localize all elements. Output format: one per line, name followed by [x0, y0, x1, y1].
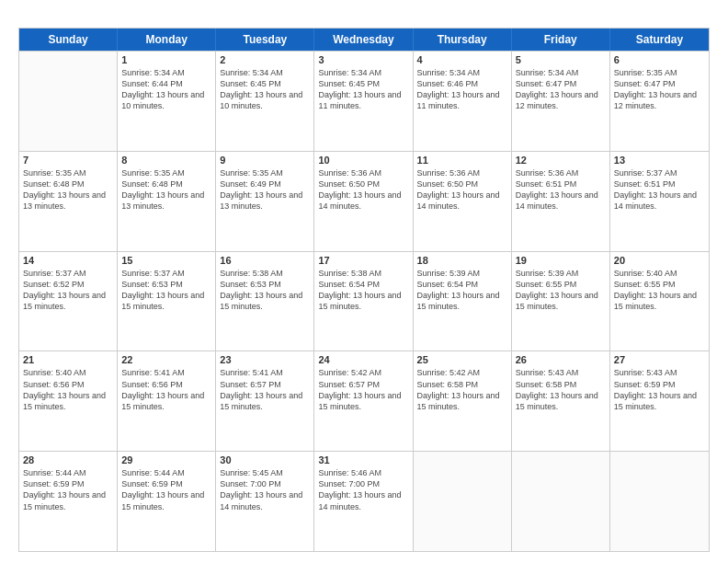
- daylight: Daylight: 13 hours and 14 minutes.: [220, 490, 302, 511]
- daylight: Daylight: 13 hours and 10 minutes.: [220, 90, 302, 110]
- cell-info: Sunrise: 5:43 AMSunset: 6:59 PMDaylight:…: [614, 367, 705, 412]
- calendar-cell: [19, 52, 118, 151]
- sunrise: Sunrise: 5:39 AM: [516, 269, 579, 278]
- cell-day-number: 4: [417, 54, 507, 65]
- sunset: Sunset: 6:51 PM: [614, 179, 676, 189]
- weekday-header: Saturday: [610, 29, 709, 51]
- weekday-header: Tuesday: [216, 29, 314, 51]
- sunset: Sunset: 6:56 PM: [23, 380, 85, 389]
- cell-day-number: 18: [417, 255, 507, 266]
- calendar-cell: 7Sunrise: 5:35 AMSunset: 6:48 PMDaylight…: [19, 152, 118, 251]
- cell-info: Sunrise: 5:39 AMSunset: 6:54 PMDaylight:…: [417, 268, 507, 313]
- sunrise: Sunrise: 5:45 AM: [220, 468, 283, 477]
- calendar-cell: 12Sunrise: 5:36 AMSunset: 6:51 PMDayligh…: [512, 152, 610, 251]
- daylight: Daylight: 13 hours and 14 minutes.: [318, 490, 401, 511]
- daylight: Daylight: 13 hours and 13 minutes.: [121, 190, 204, 211]
- calendar-cell: 3Sunrise: 5:34 AMSunset: 6:45 PMDaylight…: [314, 52, 413, 151]
- calendar-cell: [610, 452, 709, 551]
- daylight: Daylight: 13 hours and 15 minutes.: [516, 391, 598, 411]
- sunrise: Sunrise: 5:35 AM: [23, 168, 86, 178]
- cell-info: Sunrise: 5:34 AMSunset: 6:47 PMDaylight:…: [516, 67, 606, 112]
- sunrise: Sunrise: 5:37 AM: [23, 269, 86, 278]
- cell-day-number: 3: [318, 54, 408, 65]
- calendar-cell: 20Sunrise: 5:40 AMSunset: 6:55 PMDayligh…: [610, 252, 709, 351]
- sunset: Sunset: 6:55 PM: [516, 280, 577, 289]
- sunset: Sunset: 6:54 PM: [417, 280, 479, 289]
- cell-day-number: 23: [220, 354, 310, 365]
- calendar-row: 28Sunrise: 5:44 AMSunset: 6:59 PMDayligh…: [19, 451, 709, 551]
- cell-info: Sunrise: 5:35 AMSunset: 6:48 PMDaylight:…: [121, 167, 211, 213]
- daylight: Daylight: 13 hours and 15 minutes.: [23, 490, 106, 511]
- cell-info: Sunrise: 5:41 AMSunset: 6:57 PMDaylight:…: [220, 367, 310, 412]
- cell-day-number: 2: [220, 54, 310, 65]
- cell-info: Sunrise: 5:43 AMSunset: 6:58 PMDaylight:…: [516, 367, 606, 412]
- cell-day-number: 11: [417, 155, 507, 166]
- daylight: Daylight: 13 hours and 11 minutes.: [417, 90, 500, 110]
- sunset: Sunset: 6:58 PM: [417, 380, 479, 389]
- sunrise: Sunrise: 5:35 AM: [614, 68, 677, 77]
- calendar-cell: 22Sunrise: 5:41 AMSunset: 6:56 PMDayligh…: [118, 351, 216, 451]
- sunset: Sunset: 6:55 PM: [614, 280, 676, 289]
- sunrise: Sunrise: 5:39 AM: [417, 269, 481, 278]
- sunrise: Sunrise: 5:34 AM: [417, 68, 481, 77]
- daylight: Daylight: 13 hours and 13 minutes.: [220, 190, 302, 211]
- cell-day-number: 25: [417, 354, 507, 365]
- calendar: SundayMondayTuesdayWednesdayThursdayFrid…: [18, 28, 710, 552]
- calendar-cell: 27Sunrise: 5:43 AMSunset: 6:59 PMDayligh…: [610, 351, 709, 451]
- cell-info: Sunrise: 5:37 AMSunset: 6:51 PMDaylight:…: [614, 167, 705, 213]
- cell-day-number: 1: [121, 54, 211, 65]
- daylight: Daylight: 13 hours and 13 minutes.: [23, 190, 106, 211]
- cell-day-number: 30: [220, 454, 310, 465]
- cell-day-number: 28: [23, 454, 113, 465]
- sunrise: Sunrise: 5:40 AM: [23, 368, 86, 377]
- sunset: Sunset: 6:48 PM: [23, 179, 85, 189]
- daylight: Daylight: 13 hours and 14 minutes.: [318, 190, 401, 211]
- sunrise: Sunrise: 5:43 AM: [516, 368, 579, 377]
- sunrise: Sunrise: 5:41 AM: [121, 368, 185, 377]
- cell-info: Sunrise: 5:36 AMSunset: 6:51 PMDaylight:…: [516, 167, 606, 213]
- daylight: Daylight: 13 hours and 15 minutes.: [417, 291, 500, 311]
- calendar-cell: 5Sunrise: 5:34 AMSunset: 6:47 PMDaylight…: [512, 52, 610, 151]
- calendar-cell: 6Sunrise: 5:35 AMSunset: 6:47 PMDaylight…: [610, 52, 709, 151]
- calendar-cell: 26Sunrise: 5:43 AMSunset: 6:58 PMDayligh…: [512, 351, 610, 451]
- calendar-cell: 19Sunrise: 5:39 AMSunset: 6:55 PMDayligh…: [512, 252, 610, 351]
- sunset: Sunset: 6:54 PM: [318, 280, 380, 289]
- sunrise: Sunrise: 5:38 AM: [318, 269, 381, 278]
- sunrise: Sunrise: 5:44 AM: [23, 468, 86, 477]
- sunrise: Sunrise: 5:35 AM: [220, 168, 283, 178]
- sunrise: Sunrise: 5:37 AM: [121, 269, 185, 278]
- cell-day-number: 10: [318, 155, 408, 166]
- header: General Blue: [18, 17, 710, 18]
- sunrise: Sunrise: 5:35 AM: [121, 168, 185, 178]
- calendar-cell: 4Sunrise: 5:34 AMSunset: 6:46 PMDaylight…: [414, 52, 512, 151]
- sunset: Sunset: 6:51 PM: [516, 179, 577, 189]
- cell-info: Sunrise: 5:37 AMSunset: 6:52 PMDaylight:…: [23, 268, 113, 313]
- calendar-cell: 17Sunrise: 5:38 AMSunset: 6:54 PMDayligh…: [314, 252, 413, 351]
- cell-day-number: 26: [516, 354, 606, 365]
- sunset: Sunset: 7:00 PM: [220, 479, 281, 488]
- sunrise: Sunrise: 5:34 AM: [220, 68, 283, 77]
- sunrise: Sunrise: 5:42 AM: [417, 368, 481, 377]
- daylight: Daylight: 13 hours and 11 minutes.: [318, 90, 401, 110]
- page: General Blue SundayMondayTuesdayWednesda…: [0, 0, 728, 563]
- cell-day-number: 19: [516, 255, 606, 266]
- cell-day-number: 14: [23, 255, 113, 266]
- calendar-cell: 11Sunrise: 5:36 AMSunset: 6:50 PMDayligh…: [414, 152, 512, 251]
- calendar-body: 1Sunrise: 5:34 AMSunset: 6:44 PMDaylight…: [19, 51, 709, 551]
- cell-info: Sunrise: 5:36 AMSunset: 6:50 PMDaylight:…: [318, 167, 408, 213]
- weekday-header: Thursday: [414, 29, 512, 51]
- sunrise: Sunrise: 5:46 AM: [318, 468, 381, 477]
- cell-info: Sunrise: 5:35 AMSunset: 6:48 PMDaylight:…: [23, 167, 113, 213]
- calendar-cell: 14Sunrise: 5:37 AMSunset: 6:52 PMDayligh…: [19, 252, 118, 351]
- sunrise: Sunrise: 5:44 AM: [121, 468, 185, 477]
- cell-info: Sunrise: 5:36 AMSunset: 6:50 PMDaylight:…: [417, 167, 507, 213]
- cell-day-number: 17: [318, 255, 408, 266]
- sunset: Sunset: 6:57 PM: [220, 380, 281, 389]
- cell-day-number: 16: [220, 255, 310, 266]
- sunset: Sunset: 6:47 PM: [516, 79, 577, 88]
- sunset: Sunset: 6:56 PM: [121, 380, 183, 389]
- sunset: Sunset: 6:52 PM: [23, 280, 85, 289]
- daylight: Daylight: 13 hours and 15 minutes.: [417, 391, 500, 411]
- daylight: Daylight: 13 hours and 14 minutes.: [417, 190, 500, 211]
- cell-day-number: 5: [516, 54, 606, 65]
